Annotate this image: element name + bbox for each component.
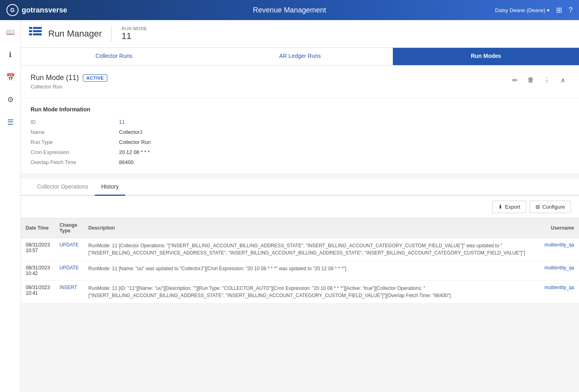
run-mode-info: RUN MODE 11 xyxy=(121,26,147,41)
main-tabs: Collector Runs AR Ledger Runs Run Modes xyxy=(21,48,579,66)
value-id: 11 xyxy=(119,119,569,125)
value-cron-expression: 20 12 08 * * * xyxy=(119,149,569,155)
sidebar-list-icon[interactable]: ☰ xyxy=(3,115,18,129)
label-overlap-fetch-time: Overlap Fetch Time xyxy=(31,159,111,165)
header-divider xyxy=(111,26,112,42)
cell-description-0: RunMode: 11 [Collector Operations: "["IN… xyxy=(84,238,540,261)
grid-icon[interactable]: ⊞ xyxy=(556,6,562,14)
svg-rect-0 xyxy=(29,27,32,29)
run-manager-title: Run Manager xyxy=(48,29,102,39)
export-label: Export xyxy=(505,204,520,210)
cell-date-1: 08/31/202310:42 xyxy=(21,261,55,281)
logo-letter: G xyxy=(10,7,15,13)
user-menu[interactable]: Daisy Deane (Deane) ▾ xyxy=(495,7,550,13)
table-row: 08/31/202310:41 INSERT RunMode: 11 [ID: … xyxy=(21,281,579,304)
info-section: Run Mode Information ID 11 Name Collecto… xyxy=(21,98,579,174)
run-manager-icon xyxy=(29,27,42,41)
col-change-type: ChangeType xyxy=(55,218,84,238)
table-row: 08/31/202310:57 UPDATE RunMode: 11 [Coll… xyxy=(21,238,579,261)
configure-icon: ⊞ xyxy=(536,204,540,210)
col-username: Username xyxy=(540,218,579,238)
detail-actions: ✏ 🗑 ⋮ ∧ xyxy=(508,74,569,86)
configure-label: Configure xyxy=(542,204,565,210)
detail-subtitle: Collector Run xyxy=(31,84,107,90)
detail-left: Run Mode (11) ACTIVE Collector Run xyxy=(31,74,107,90)
cell-description-2: RunMode: 11 [ID: "11"][Name: "uu"][Descr… xyxy=(84,281,540,304)
top-navigation: G gotransverse Revenue Management Daisy … xyxy=(0,0,579,20)
sidebar-settings-icon[interactable]: ⚙ xyxy=(3,92,18,107)
configure-button[interactable]: ⊞ Configure xyxy=(530,201,571,213)
table-toolbar: ⬇ Export ⊞ Configure xyxy=(21,196,579,218)
top-nav-right: Daisy Deane (Deane) ▾ ⊞ ? xyxy=(495,6,573,14)
tab-ar-ledger-runs[interactable]: AR Ledger Runs xyxy=(207,48,393,65)
cell-username-0: multientity_qa xyxy=(540,238,579,261)
table-header-row: Date Time ChangeType Description Usernam… xyxy=(21,218,579,238)
sidebar-book-icon[interactable]: 📖 xyxy=(3,25,18,39)
cell-description-1: RunMode: 11 [Name: "uu" was updated to "… xyxy=(84,261,540,281)
page-title: Revenue Management xyxy=(253,6,326,14)
svg-rect-3 xyxy=(33,30,42,32)
more-options-button[interactable]: ⋮ xyxy=(540,74,553,86)
user-dropdown-icon: ▾ xyxy=(547,7,550,13)
edit-button[interactable]: ✏ xyxy=(508,74,521,86)
cell-username-2: multientity_qa xyxy=(540,281,579,304)
app-logo[interactable]: G gotransverse xyxy=(6,4,67,16)
label-id: ID xyxy=(31,119,111,125)
logo-circle: G xyxy=(6,4,18,16)
cell-change-type-0: UPDATE xyxy=(55,238,84,261)
export-button[interactable]: ⬇ Export xyxy=(492,201,526,213)
title-row: Run Mode (11) ACTIVE xyxy=(31,74,107,82)
svg-rect-2 xyxy=(29,30,32,32)
info-grid: ID 11 Name CollectorJ Run Type Collector… xyxy=(31,119,569,165)
cell-username-1: multientity_qa xyxy=(540,261,579,281)
export-icon: ⬇ xyxy=(498,204,503,210)
sidebar-calendar-icon[interactable]: 📅 xyxy=(3,70,18,84)
value-overlap-fetch-time: 86400 xyxy=(119,159,569,165)
table-row: 08/31/202310:42 UPDATE RunMode: 11 [Name… xyxy=(21,261,579,281)
label-run-type: Run Type xyxy=(31,139,111,145)
col-description: Description xyxy=(84,218,540,238)
content-area: Run Manager RUN MODE 11 Collector Runs A… xyxy=(21,20,579,392)
value-name: CollectorJ xyxy=(119,129,569,135)
svg-rect-1 xyxy=(33,27,42,29)
main-layout: 📖 ℹ 📅 ⚙ ☰ Run Manager RUN MODE xyxy=(0,20,579,392)
value-run-type: Collector Run xyxy=(119,139,569,145)
info-section-title: Run Mode Information xyxy=(31,106,569,113)
sidebar: 📖 ℹ 📅 ⚙ ☰ xyxy=(0,20,21,392)
status-badge: ACTIVE xyxy=(83,74,107,82)
collapse-button[interactable]: ∧ xyxy=(556,74,569,86)
cell-change-type-1: UPDATE xyxy=(55,261,84,281)
run-mode-value: 11 xyxy=(121,31,147,41)
page-header: Run Manager RUN MODE 11 xyxy=(21,20,579,48)
cell-date-2: 08/31/202310:41 xyxy=(21,281,55,304)
svg-rect-4 xyxy=(29,33,32,35)
run-mode-label: RUN MODE xyxy=(121,26,147,31)
tab-collector-runs[interactable]: Collector Runs xyxy=(21,48,207,65)
app-name: gotransverse xyxy=(22,6,67,14)
help-icon[interactable]: ? xyxy=(569,6,573,14)
delete-button[interactable]: 🗑 xyxy=(524,74,537,86)
sub-tabs: Collector Operations History xyxy=(21,179,579,196)
sidebar-info-icon[interactable]: ℹ xyxy=(3,47,18,62)
detail-card: Run Mode (11) ACTIVE Collector Run ✏ 🗑 ⋮… xyxy=(21,66,579,98)
col-date-time: Date Time xyxy=(21,218,55,238)
svg-rect-5 xyxy=(33,33,42,35)
label-name: Name xyxy=(31,129,111,135)
label-cron-expression: Cron Expression xyxy=(31,149,111,155)
username-label: Daisy Deane (Deane) xyxy=(495,7,545,13)
detail-title: Run Mode (11) xyxy=(31,74,79,82)
cell-change-type-2: INSERT xyxy=(55,281,84,304)
detail-card-header: Run Mode (11) ACTIVE Collector Run ✏ 🗑 ⋮… xyxy=(31,74,569,90)
tab-collector-operations[interactable]: Collector Operations xyxy=(31,179,95,196)
table-section: ⬇ Export ⊞ Configure Date Time ChangeTyp… xyxy=(21,196,579,304)
tab-run-modes[interactable]: Run Modes xyxy=(393,48,579,65)
history-table: Date Time ChangeType Description Usernam… xyxy=(21,218,579,304)
tab-history[interactable]: History xyxy=(95,179,125,196)
cell-date-0: 08/31/202310:57 xyxy=(21,238,55,261)
